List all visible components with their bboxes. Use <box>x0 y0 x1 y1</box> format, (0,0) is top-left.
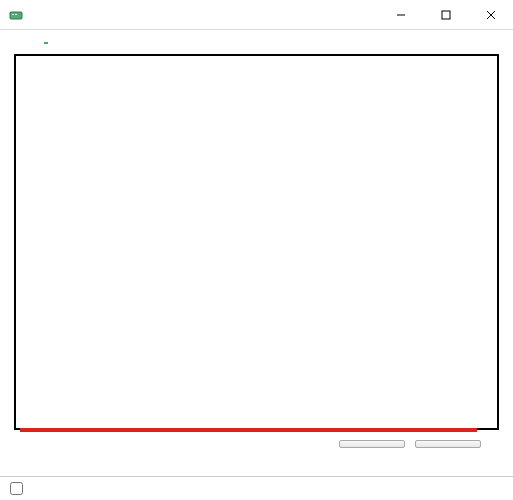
tab-config[interactable] <box>28 36 32 44</box>
svg-rect-1 <box>12 14 14 15</box>
svg-rect-2 <box>15 14 17 15</box>
copy-button[interactable] <box>339 440 405 448</box>
cli-terminal[interactable] <box>16 56 497 428</box>
panel-caption <box>0 44 513 54</box>
top-checkbox[interactable] <box>10 482 23 495</box>
minimize-button[interactable] <box>378 0 423 29</box>
svg-rect-0 <box>10 12 22 19</box>
tab-bar <box>0 30 513 44</box>
svg-rect-4 <box>442 11 450 19</box>
action-bar <box>323 432 497 450</box>
bottom-bar <box>0 476 513 500</box>
close-button[interactable] <box>468 0 513 29</box>
titlebar <box>0 0 513 30</box>
tab-physical[interactable] <box>12 36 16 44</box>
app-icon <box>8 7 24 23</box>
tab-attributes[interactable] <box>60 36 64 44</box>
maximize-button[interactable] <box>423 0 468 29</box>
focus-hint-row <box>0 430 513 450</box>
paste-button[interactable] <box>415 440 481 448</box>
terminal-container <box>14 54 499 430</box>
tab-cli[interactable] <box>44 36 48 44</box>
